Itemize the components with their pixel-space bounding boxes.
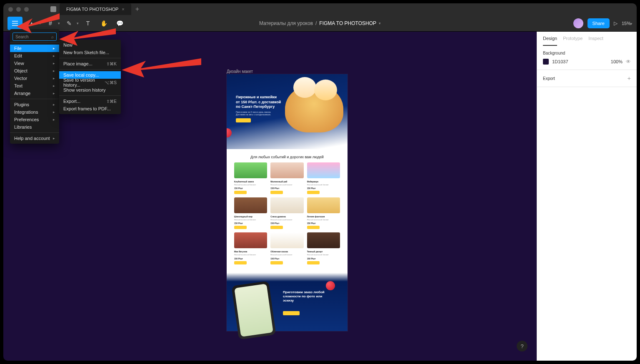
cta-title: Приготовим заказ любой сложности по фото…	[283, 290, 325, 303]
submenu-show-history[interactable]: Show version history	[59, 86, 121, 94]
file-tab[interactable]: FIGMA TO PHOTOSHOP ×	[60, 3, 131, 15]
hero-section: Пирожные и капкейки от 150 Р/шт. с доста…	[227, 74, 348, 149]
submenu-export-pdf[interactable]: Export frames to PDF...	[59, 105, 121, 112]
menu-plugins[interactable]: Plugins▸	[10, 101, 59, 108]
share-button[interactable]: Share	[588, 18, 610, 28]
background-label: Background	[543, 51, 631, 55]
menu-libraries[interactable]: Libraries	[10, 123, 59, 131]
section-title: Для любых событий и дорогих вам людей	[227, 149, 348, 162]
breadcrumb-file: FIGMA TO PHOTOSHOP	[319, 20, 376, 26]
panel-tabs: Design Prototype Inspect	[537, 32, 637, 46]
tab-title: FIGMA TO PHOTOSHOP	[66, 7, 118, 12]
main-menu-dropdown: Search ⌕ File▸ Edit▸ View▸ Object▸ Vecto…	[10, 29, 59, 144]
visibility-icon[interactable]: 👁	[626, 59, 631, 65]
cta-button	[283, 311, 300, 315]
cta-section: Приготовим заказ любой сложности по фото…	[227, 273, 348, 331]
tab-prototype[interactable]: Prototype	[563, 36, 582, 46]
titlebar: FIGMA TO PHOTOSHOP × +	[3, 3, 637, 15]
product-card: Мак ВегуновНежный ванильный бисквит150 Р…	[234, 232, 267, 264]
menu-object[interactable]: Object▸	[10, 67, 59, 75]
submenu-save-history[interactable]: Save to version history...⌥⌘S	[59, 79, 121, 86]
frame-label: Дизайн макет	[227, 69, 253, 74]
menu-arrange[interactable]: Arrange▸	[10, 90, 59, 97]
submenu-new-sketch[interactable]: New from Sketch file...	[59, 49, 121, 56]
menu-view[interactable]: View▸	[10, 60, 59, 67]
submenu-export[interactable]: Export...⇧⌘E	[59, 97, 121, 105]
menu-text[interactable]: Text▸	[10, 82, 59, 90]
menu-file[interactable]: File▸	[10, 45, 59, 52]
file-submenu: New New from Sketch file... Place image.…	[59, 40, 121, 114]
tab-inspect[interactable]: Inspect	[588, 36, 603, 46]
menu-integrations[interactable]: Integrations▸	[10, 108, 59, 116]
close-window[interactable]	[8, 7, 13, 12]
hero-cta-button	[236, 118, 251, 122]
annotation-arrow-1	[16, 9, 60, 34]
product-card: Клубничный замокНежный ванильный бисквит…	[234, 162, 267, 194]
zoom-control[interactable]: 15% ▾	[622, 21, 632, 26]
breadcrumb-folder: Материалы для уроков	[259, 20, 313, 26]
product-card: ФейерверкНежный ванильный бисквит150 Р/ш…	[307, 162, 340, 194]
help-button[interactable]: ?	[517, 341, 528, 352]
avatar[interactable]	[573, 18, 583, 28]
right-panel: Design Prototype Inspect Background 1D10…	[537, 32, 637, 361]
tab-strip: FIGMA TO PHOTOSHOP × +	[50, 3, 139, 15]
submenu-place-image[interactable]: Place image...⇧⌘K	[59, 60, 121, 67]
menu-preferences[interactable]: Preferences▸	[10, 116, 59, 123]
present-button[interactable]: ▷	[614, 20, 618, 26]
product-card: Слеза драконаНежный ванильный бисквит150…	[270, 197, 303, 229]
search-placeholder: Search	[15, 35, 29, 39]
menu-vector[interactable]: Vector▸	[10, 75, 59, 82]
tab-design[interactable]: Design	[543, 36, 557, 46]
search-icon: ⌕	[51, 35, 54, 39]
product-card: Шоколадный мирНежный ванильный бисквит15…	[234, 197, 267, 229]
chevron-down-icon: ▾	[379, 21, 381, 25]
product-grid: Клубничный замокНежный ванильный бисквит…	[227, 162, 348, 269]
annotation-arrow-2	[58, 25, 116, 46]
hero-subtitle: Приготовим за 3 часа в день заказа. Дост…	[236, 111, 278, 116]
product-card: Малиновый райНежный ванильный бисквит150…	[270, 162, 303, 194]
chevron-right-icon: ▸	[53, 46, 55, 50]
product-card: Облачная сказкаНежный ванильный бисквит1…	[270, 232, 303, 264]
chevron-down-icon: ▾	[630, 22, 632, 26]
bg-hex[interactable]: 1D1037	[552, 59, 608, 64]
hero-title: Пирожные и капкейки от 150 Р/шт. с доста…	[236, 95, 282, 110]
design-frame[interactable]: Пирожные и капкейки от 150 Р/шт. с доста…	[227, 74, 348, 331]
product-card: Летняя фантазияНежный ванильный бисквит1…	[307, 197, 340, 229]
product-card: Темный десертНежный ванильный бисквит150…	[307, 232, 340, 264]
menu-help[interactable]: Help and account▸	[10, 135, 59, 142]
add-export-button[interactable]: +	[628, 75, 631, 82]
close-icon[interactable]: ×	[122, 7, 124, 12]
export-label: Export	[543, 76, 555, 81]
breadcrumb[interactable]: Материалы для уроков / FIGMA TO PHOTOSHO…	[259, 20, 381, 26]
menu-edit[interactable]: Edit▸	[10, 52, 59, 60]
annotation-arrow-3	[120, 55, 201, 78]
bg-opacity[interactable]: 100%	[611, 59, 622, 64]
new-tab-button[interactable]: +	[135, 5, 139, 13]
bg-swatch[interactable]	[543, 59, 549, 65]
